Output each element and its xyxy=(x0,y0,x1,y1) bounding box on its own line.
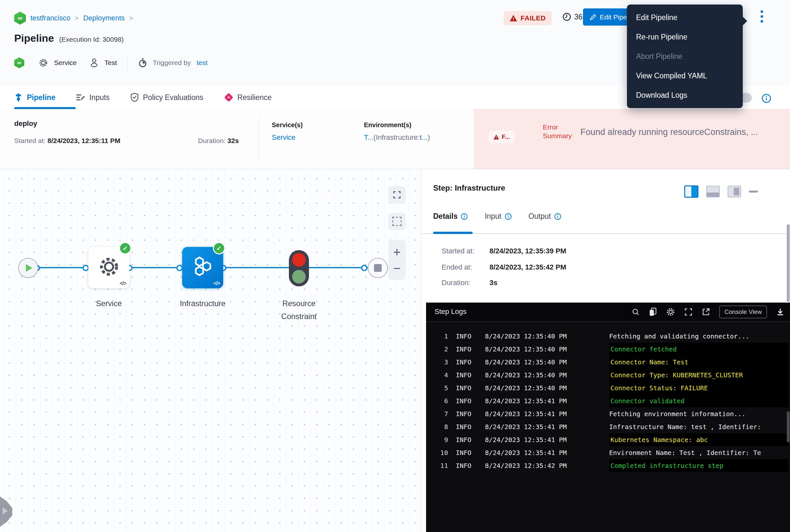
header: ∞ testfrancisco > Deployments > Pipeline… xyxy=(0,0,790,86)
tab-policy-evaluations[interactable]: Policy Evaluations xyxy=(130,93,204,102)
stage-divider xyxy=(259,117,259,159)
detail-row-ended: Ended at:8/24/2023, 12:35:42 PM xyxy=(442,263,472,271)
search-icon[interactable] xyxy=(632,308,640,316)
breadcrumb-deployments-link[interactable]: Deployments xyxy=(83,14,124,22)
code-badge: </> xyxy=(120,281,126,286)
error-summary-zone: F... Error Summary Found already running… xyxy=(474,109,790,169)
more-options-button[interactable] xyxy=(757,7,767,26)
tab-inputs[interactable]: Inputs xyxy=(76,93,110,102)
step-panel-title: Step: Infrastructure xyxy=(433,184,505,192)
log-scrollbar[interactable] xyxy=(787,411,790,442)
pencil-icon xyxy=(590,14,597,21)
log-line: 11INFO8/24/2023 12:35:42 PMCompleted inf… xyxy=(426,459,790,472)
log-line: 1INFO8/24/2023 12:35:40 PMFetching and v… xyxy=(426,330,790,343)
chevron-right-icon xyxy=(3,508,8,514)
services-label: Service(s) xyxy=(272,121,303,129)
panel-scrollbar[interactable] xyxy=(787,224,790,302)
edge-port xyxy=(82,265,89,271)
tab-details[interactable]: Details xyxy=(433,212,468,221)
warning-triangle-icon xyxy=(493,134,499,140)
page-title: Pipeline xyxy=(14,32,54,44)
triggered-by-user-link[interactable]: test xyxy=(197,59,208,66)
infrastructure-link[interactable]: t... xyxy=(420,133,427,141)
menu-item-download-logs[interactable]: Download Logs xyxy=(627,86,743,105)
menu-item-edit-pipeline[interactable]: Edit Pipeline xyxy=(627,8,743,27)
minimize-panel-button[interactable] xyxy=(749,191,758,192)
edge-port xyxy=(361,265,367,271)
download-icon[interactable] xyxy=(776,308,785,316)
user-icon xyxy=(90,58,99,68)
split-view-button[interactable] xyxy=(684,186,698,198)
expand-icon[interactable] xyxy=(684,308,693,316)
stage-summary-bar: deploy Started at: 8/24/2023, 12:35:11 P… xyxy=(0,109,790,169)
node-infrastructure[interactable]: ✓ </> xyxy=(182,247,223,288)
breadcrumb-separator: > xyxy=(129,15,133,22)
tab-pipeline-label: Pipeline xyxy=(27,93,55,102)
menu-item-rerun-pipeline[interactable]: Re-run Pipeline xyxy=(627,27,743,46)
copy-icon[interactable] xyxy=(649,307,657,317)
tab-resilience[interactable]: Resilience xyxy=(224,93,272,102)
step-panel-tabs: Details Input Output xyxy=(433,212,561,221)
service-meta-label: Service xyxy=(54,59,77,66)
right-view-button[interactable] xyxy=(728,186,741,197)
status-badge-text: FAILED xyxy=(521,14,546,22)
breadcrumb-separator: > xyxy=(75,15,79,22)
options-dropdown-menu: Edit Pipeline Re-run Pipeline Abort Pipe… xyxy=(627,4,743,108)
environments-column: Environment(s) T...(Infrastructure:t...) xyxy=(364,121,430,142)
info-icon[interactable] xyxy=(762,94,771,103)
tab-policy-evaluations-label: Policy Evaluations xyxy=(143,93,204,102)
user-meta-label: Test xyxy=(104,59,117,66)
canvas-fullscreen-button[interactable] xyxy=(388,186,406,204)
pipeline-graph-canvas[interactable]: ✓ </> Service ✓ </> Infrastructure Resou… xyxy=(0,169,421,532)
play-icon xyxy=(26,264,32,272)
breadcrumb-org-link[interactable]: testfrancisco xyxy=(31,14,71,22)
detail-row-started: Started at:8/24/2023, 12:35:39 PM xyxy=(442,247,475,255)
zoom-out-button[interactable]: − xyxy=(393,263,401,273)
collapsed-nav-handle[interactable] xyxy=(0,496,12,527)
log-line: 8INFO8/24/2023 12:35:41 PMInfrastructure… xyxy=(426,420,790,433)
log-line: 2INFO8/24/2023 12:35:40 PMConnector fetc… xyxy=(426,343,790,356)
zoom-in-button[interactable]: + xyxy=(393,247,401,258)
node-resource-constraint[interactable] xyxy=(289,250,309,286)
menu-item-view-compiled-yaml[interactable]: View Compiled YAML xyxy=(627,66,743,86)
environment-link[interactable]: T... xyxy=(364,133,373,141)
log-lines[interactable]: 1INFO8/24/2023 12:35:40 PMFetching and v… xyxy=(426,322,790,532)
marquee-select-icon xyxy=(392,217,402,226)
step-logs-title: Step Logs xyxy=(435,307,466,316)
status-badge: FAILED xyxy=(504,11,552,25)
error-status-badge: F... xyxy=(488,130,515,144)
tab-output[interactable]: Output xyxy=(528,212,561,221)
elapsed-time: 36s xyxy=(562,12,586,21)
console-view-button[interactable]: Console View xyxy=(719,305,767,319)
red-light-icon xyxy=(292,253,306,267)
node-service[interactable]: ✓ </> xyxy=(88,247,129,288)
open-in-new-icon[interactable] xyxy=(702,308,710,316)
gear-icon xyxy=(38,58,48,68)
gear-icon xyxy=(98,255,120,278)
green-light-icon xyxy=(292,270,306,284)
node-service-label: Service xyxy=(88,297,129,310)
log-line: 6INFO8/24/2023 12:35:41 PMConnector vali… xyxy=(426,395,790,407)
hexagon-cluster-icon xyxy=(191,255,215,278)
step-logs-console: Step Logs xyxy=(426,303,790,532)
step-details-panel: Step: Infrastructure Details Input Outpu… xyxy=(421,169,790,532)
error-summary-label: Error Summary xyxy=(543,122,582,140)
menu-item-abort-pipeline: Abort Pipeline xyxy=(627,46,743,66)
log-toolbar: Console View xyxy=(632,303,785,321)
tab-pipeline[interactable]: Pipeline xyxy=(14,93,55,102)
canvas-zoom-controls: + − xyxy=(388,240,406,280)
gear-icon[interactable] xyxy=(666,307,675,317)
start-node[interactable] xyxy=(18,258,38,278)
stopwatch-icon xyxy=(138,58,147,68)
service-link[interactable]: Service xyxy=(272,133,295,141)
inputs-icon xyxy=(76,93,85,101)
info-icon xyxy=(461,213,468,220)
tab-input[interactable]: Input xyxy=(485,212,512,221)
execution-id: (Execution Id: 30098) xyxy=(59,36,124,43)
edge-port xyxy=(176,265,183,271)
success-check-badge: ✓ xyxy=(119,242,131,254)
log-line: 4INFO8/24/2023 12:35:40 PMConnector Type… xyxy=(426,368,790,381)
end-node[interactable] xyxy=(368,258,388,278)
canvas-select-button[interactable] xyxy=(388,213,406,230)
bottom-view-button[interactable] xyxy=(706,186,720,197)
